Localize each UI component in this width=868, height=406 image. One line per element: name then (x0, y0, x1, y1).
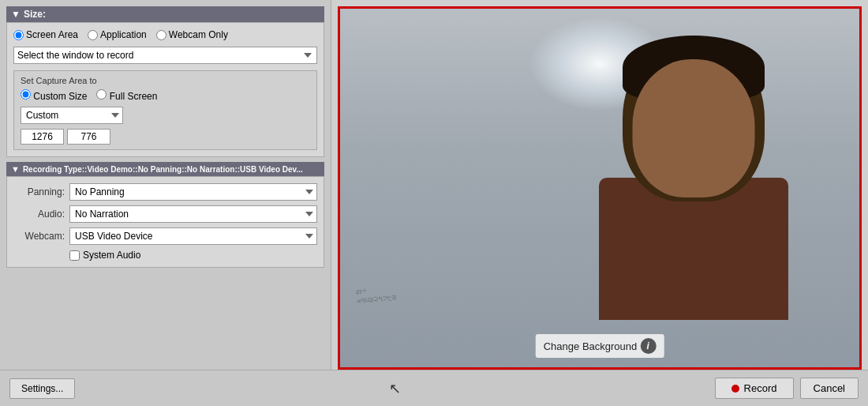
screen-area-label: Screen Area (26, 29, 78, 40)
info-icon[interactable]: i (640, 338, 656, 354)
system-audio-label: System Audio (83, 250, 140, 261)
custom-size-label: Custom Size (33, 91, 87, 102)
webcam-preview: ат+ ∞੧੫੩੨੧੭੮੩ Change Background i (340, 9, 859, 367)
application-label: Application (100, 29, 147, 40)
screen-area-radio-label[interactable]: Screen Area (13, 29, 78, 40)
cursor-pointer-icon: ↖ (389, 380, 401, 397)
custom-size-radio-label[interactable]: Custom Size (21, 89, 87, 102)
application-radio-label[interactable]: Application (88, 29, 147, 40)
full-screen-radio[interactable] (96, 89, 107, 100)
capture-radio-row: Custom Size Full Screen (21, 89, 310, 102)
recording-section: ▼ Recording Type::Video Demo::No Panning… (6, 162, 324, 363)
webcam-only-radio[interactable] (156, 30, 166, 40)
recording-collapse-icon[interactable]: ▼ (11, 164, 20, 174)
change-background-bar: Change Background i (536, 334, 664, 358)
recording-section-header: ▼ Recording Type::Video Demo::No Panning… (6, 162, 324, 176)
full-screen-radio-label[interactable]: Full Screen (96, 89, 157, 102)
change-background-text: Change Background (544, 340, 638, 352)
webcam-row: Webcam: USB Video Device (13, 227, 317, 245)
system-audio-row: System Audio (69, 250, 317, 261)
panning-label: Panning: (13, 186, 65, 197)
recording-section-title: Recording Type::Video Demo::No Panning::… (23, 165, 303, 174)
webcam-select[interactable]: USB Video Device (69, 227, 317, 245)
main-container: ▼ Size: Screen Area Application (0, 0, 868, 370)
record-button[interactable]: Record (715, 378, 794, 399)
audio-select[interactable]: No Narration (69, 205, 317, 223)
custom-size-radio[interactable] (21, 89, 31, 100)
webcam-only-label: Webcam Only (169, 29, 228, 40)
bottom-bar: Settings... ↖ Record Cancel (0, 370, 868, 406)
system-audio-checkbox[interactable] (69, 250, 80, 261)
custom-dropdown-wrapper: Custom (21, 107, 123, 124)
person-silhouette (591, 36, 796, 320)
panning-select[interactable]: No Panning (69, 183, 317, 201)
right-panel: ат+ ∞੧੫੩੨੧੭੮੩ Change Background i (331, 0, 868, 370)
collapse-icon[interactable]: ▼ (11, 9, 21, 20)
panning-row: Panning: No Panning (13, 183, 317, 201)
capture-area-box: Set Capture Area to Custom Size Full Scr… (13, 70, 317, 150)
recording-section-body: Panning: No Panning Audio: No Narration … (6, 176, 324, 268)
record-dot-icon (731, 385, 739, 393)
dimension-row (21, 129, 310, 145)
left-panel: ▼ Size: Screen Area Application (0, 0, 331, 370)
webcam-frame: ат+ ∞੧੫੩੨੧੭੮੩ Change Background i (338, 6, 862, 370)
screen-area-radio[interactable] (13, 30, 24, 40)
source-radio-group: Screen Area Application Webcam Only (13, 29, 317, 40)
audio-row: Audio: No Narration (13, 205, 317, 223)
capture-area-label: Set Capture Area to (21, 76, 310, 85)
window-select[interactable]: Select the window to record (13, 47, 317, 64)
record-button-label: Record (744, 382, 777, 394)
width-input[interactable] (21, 129, 64, 145)
webcam-only-radio-label[interactable]: Webcam Only (156, 29, 228, 40)
custom-preset-select[interactable]: Custom (21, 107, 123, 124)
height-input[interactable] (67, 129, 110, 145)
application-radio[interactable] (88, 30, 98, 40)
person-face (633, 59, 755, 197)
size-section-body: Screen Area Application Webcam Only Sele… (6, 22, 324, 157)
cursor-area: ↖ (75, 380, 714, 397)
cancel-button[interactable]: Cancel (800, 378, 859, 399)
size-section-header: ▼ Size: (6, 6, 324, 22)
size-section: ▼ Size: Screen Area Application (6, 6, 324, 157)
right-action-buttons: Record Cancel (715, 378, 859, 399)
webcam-label: Webcam: (13, 231, 65, 242)
settings-button[interactable]: Settings... (9, 378, 75, 399)
size-section-title: Size: (24, 9, 46, 20)
audio-label: Audio: (13, 209, 65, 220)
full-screen-label: Full Screen (110, 91, 158, 102)
wall-writing: ат+ ∞੧੫੩੨੧੭੮੩ (355, 283, 397, 306)
